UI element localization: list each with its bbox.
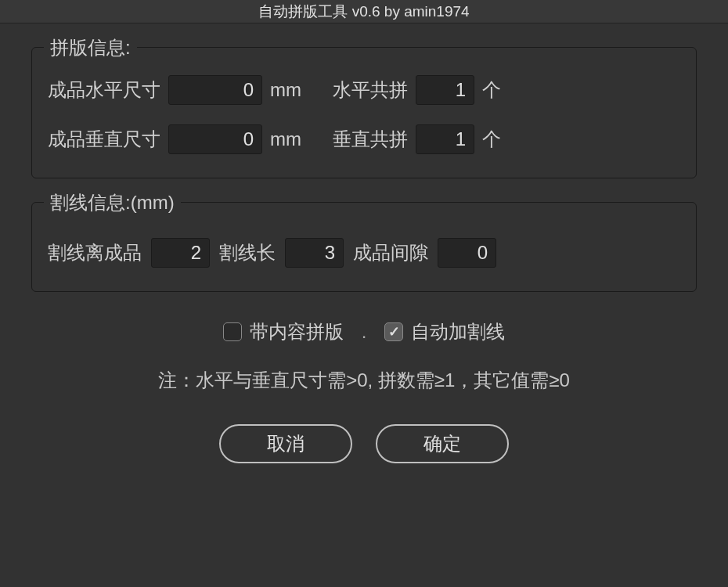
auto-cutline-group: ✓ 自动加割线	[384, 319, 505, 344]
length-input[interactable]	[285, 238, 344, 268]
cutline-info-legend: 割线信息:(mm)	[44, 190, 181, 215]
window-title: 自动拼版工具 v0.6 by amin1974	[258, 2, 469, 22]
offset-label: 割线离成品	[48, 240, 142, 265]
horiz-count-label: 水平共拼	[333, 77, 408, 103]
horiz-size-label: 成品水平尺寸	[48, 77, 160, 103]
gap-input[interactable]	[438, 238, 496, 268]
vert-count-label: 垂直共拼	[333, 127, 408, 152]
vert-size-unit: mm	[270, 128, 301, 150]
checkbox-row: 带内容拼版 . ✓ 自动加割线	[31, 319, 697, 344]
with-content-label: 带内容拼版	[250, 319, 344, 344]
length-label: 割线长	[219, 240, 276, 265]
ok-button[interactable]: 确定	[376, 424, 509, 463]
vert-count-input[interactable]	[416, 124, 474, 154]
button-row: 取消 确定	[31, 424, 697, 463]
horiz-count-unit: 个	[482, 77, 501, 103]
offset-input[interactable]	[151, 238, 210, 268]
horiz-size-unit: mm	[270, 79, 301, 101]
vert-count-unit: 个	[482, 127, 501, 152]
row-vertical: 成品垂直尺寸 mm 垂直共拼 个	[48, 124, 680, 154]
horiz-count-input[interactable]	[416, 75, 474, 105]
separator: .	[362, 321, 367, 343]
vert-size-input[interactable]	[168, 124, 262, 154]
gap-label: 成品间隙	[353, 240, 428, 265]
check-icon: ✓	[388, 323, 400, 340]
auto-cutline-label: 自动加割线	[411, 319, 505, 344]
vert-size-label: 成品垂直尺寸	[48, 127, 160, 152]
with-content-group: 带内容拼版	[223, 319, 344, 344]
window-titlebar: 自动拼版工具 v0.6 by amin1974	[0, 0, 728, 23]
auto-cutline-checkbox[interactable]: ✓	[384, 322, 403, 341]
cutline-info-panel: 割线信息:(mm) 割线离成品 割线长 成品间隙	[31, 202, 697, 292]
cancel-button[interactable]: 取消	[219, 424, 352, 463]
note-text: 注：水平与垂直尺寸需>0, 拼数需≥1，其它值需≥0	[31, 368, 697, 393]
row-horizontal: 成品水平尺寸 mm 水平共拼 个	[48, 75, 680, 105]
layout-info-panel: 拼版信息: 成品水平尺寸 mm 水平共拼 个 成品垂直尺寸 mm 垂直共拼 个	[31, 47, 697, 178]
horiz-size-input[interactable]	[168, 75, 262, 105]
with-content-checkbox[interactable]	[223, 322, 242, 341]
dialog-content: 拼版信息: 成品水平尺寸 mm 水平共拼 个 成品垂直尺寸 mm 垂直共拼 个 …	[0, 23, 728, 487]
layout-info-legend: 拼版信息:	[44, 35, 137, 60]
row-cutline: 割线离成品 割线长 成品间隙	[48, 238, 680, 268]
